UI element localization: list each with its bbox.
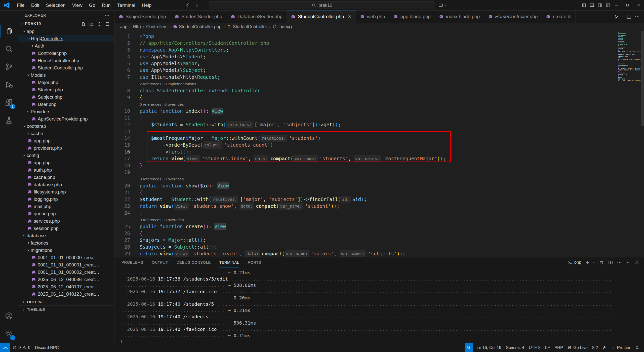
codelens[interactable]: 0 references | 0 overrides xyxy=(114,101,644,108)
tree-folder-cache[interactable]: cache xyxy=(18,130,114,137)
breadcrumb-item-StudentControllerphp[interactable]: StudentController.php xyxy=(173,24,221,29)
breadcrumb-item-Controllers[interactable]: Controllers xyxy=(146,24,168,29)
code-line-24[interactable]: 24} xyxy=(114,210,644,216)
eol-setting[interactable]: LF xyxy=(543,343,552,352)
tree-file-Userphp[interactable]: User.php xyxy=(18,101,114,108)
encoding-setting[interactable]: UTF-8 xyxy=(527,343,543,352)
tree-file-databasephp[interactable]: database.php xyxy=(18,181,114,188)
code-line-27[interactable]: 27$majors = Major::all(); xyxy=(114,237,644,244)
new-file-icon[interactable] xyxy=(81,22,86,26)
tree-file-StudentControllerphp[interactable]: StudentController.php xyxy=(18,64,114,71)
code-line-15[interactable]: 15 ->orderByDesc(column:'students_count'… xyxy=(114,142,644,148)
code-line-2[interactable]: 2// app/Http/Controllers/StudentControll… xyxy=(114,40,644,47)
code-line-25[interactable]: 25public function create(): View xyxy=(114,223,644,230)
tree-file-2025_06_12_040107_create_student[interactable]: 2025_06_12_040107_create_student... xyxy=(18,283,114,290)
php-version[interactable]: 8.2 xyxy=(590,343,600,352)
code-line-5[interactable]: 5use App\Models\Major; xyxy=(114,60,644,67)
remote-indicator[interactable]: >< xyxy=(0,343,10,352)
terminal-output[interactable]: ..................................... ~ … xyxy=(114,267,644,343)
close-window-button[interactable] xyxy=(633,0,644,10)
activitybar-source-control[interactable] xyxy=(0,58,18,76)
run-dropdown-icon[interactable] xyxy=(620,15,623,18)
tree-folder-Http[interactable]: Http\Controllers xyxy=(18,35,114,42)
tree-folder-bootstrap[interactable]: bootstrap xyxy=(18,123,114,130)
code-line-18[interactable]: 18} xyxy=(114,162,644,169)
editor-scrollbar[interactable] xyxy=(641,31,644,126)
kill-terminal-icon[interactable] xyxy=(599,260,604,265)
code-line-29[interactable]: 29return view(view:'students.create', da… xyxy=(114,250,644,257)
tree-file-appphp[interactable]: app.php xyxy=(18,159,114,166)
discord-rpc-status[interactable]: Discord RPC xyxy=(33,343,61,352)
panel-more-icon[interactable] xyxy=(617,260,622,265)
code-line-12[interactable]: 12 $students = Student::with(relations:[… xyxy=(114,121,644,128)
code-line-14[interactable]: 14 $mostFrequentMajor = Major::withCount… xyxy=(114,135,644,142)
tab-webphp[interactable]: web.php xyxy=(356,11,389,23)
new-folder-icon[interactable] xyxy=(89,22,94,26)
remote-window-indicator[interactable] xyxy=(438,3,447,8)
code-line-10[interactable]: 10public function index(): View xyxy=(114,108,644,114)
run-file-icon[interactable] xyxy=(614,14,619,19)
code-line-1[interactable]: 1<?php xyxy=(114,33,644,40)
tree-file-Controllerphp[interactable]: Controller.php xyxy=(18,50,114,57)
new-terminal-icon[interactable] xyxy=(585,260,590,265)
codelens[interactable]: 0 references | 0 overrides xyxy=(114,176,644,182)
breadcrumb-item-StudentController[interactable]: StudentController xyxy=(227,24,267,29)
minimize-button[interactable] xyxy=(611,0,622,10)
customize-layout-icon[interactable] xyxy=(605,3,611,8)
activitybar-accounts[interactable] xyxy=(0,307,18,325)
panel-tab-debug-console[interactable]: DEBUG CONSOLE xyxy=(177,257,211,267)
code-line-17[interactable]: 17 return view(view:'students.index', da… xyxy=(114,155,644,162)
code-line-6[interactable]: 6use App\Models\Subject; xyxy=(114,67,644,74)
breadcrumb-item-index[interactable]: index() xyxy=(272,24,292,29)
tree-file-HomeControllerphp[interactable]: HomeController.php xyxy=(18,57,114,64)
activitybar-explorer[interactable] xyxy=(0,22,18,40)
tab-SubjectSeederphp[interactable]: SubjectSeeder.php xyxy=(114,11,170,23)
panel-tab-ports[interactable]: PORTS xyxy=(248,257,261,267)
tree-file-Studentphp[interactable]: Student.php xyxy=(18,86,114,93)
collapse-folders-icon[interactable] xyxy=(105,22,110,26)
code-line-22[interactable]: 22$student = Student::with(relations:['m… xyxy=(114,196,644,203)
tab-HomeControllerphp[interactable]: HomeController.php xyxy=(484,11,542,23)
tree-file-2025_06_12_040123_create_subject[interactable]: 2025_06_12_040123_create_subject... xyxy=(18,290,114,298)
menu-view[interactable]: View xyxy=(69,2,86,9)
codelens[interactable]: 0 references | 0 overrides xyxy=(114,216,644,223)
code-editor[interactable]: 1<?php2// app/Http/Controllers/StudentCo… xyxy=(114,31,644,257)
tree-folder-Models[interactable]: Models xyxy=(18,71,114,79)
tree-file-filesystemsphp[interactable]: filesystems.php xyxy=(18,188,114,195)
terminal-dropdown-icon[interactable] xyxy=(592,261,595,264)
panel-tab-problems[interactable]: PROBLEMS xyxy=(122,257,143,267)
tree-folder-migrations[interactable]: migrations xyxy=(18,247,114,254)
toggle-sidebar-icon[interactable] xyxy=(581,3,587,8)
menu-selection[interactable]: Selection xyxy=(43,2,69,9)
tree-file-servicesphp[interactable]: services.php xyxy=(18,217,114,225)
tools-item[interactable] xyxy=(600,343,609,352)
tree-file-cachephp[interactable]: cache.php xyxy=(18,174,114,181)
tree-file-Subjectphp[interactable]: Subject.php xyxy=(18,93,114,101)
zoom-status-item[interactable] xyxy=(465,343,473,352)
tree-file-sessionphp[interactable]: session.php xyxy=(18,225,114,232)
tab-indexbladephp[interactable]: index.blade.php xyxy=(435,11,484,23)
toggle-panel-icon[interactable] xyxy=(589,3,595,8)
tree-folder-app[interactable]: app xyxy=(18,28,114,35)
minimap[interactable] xyxy=(618,32,640,82)
code-line-20[interactable]: 20public function show($id): View xyxy=(114,182,644,189)
activitybar-testing[interactable] xyxy=(0,111,18,129)
tree-file-queuephp[interactable]: queue.php xyxy=(18,210,114,217)
activitybar-settings[interactable]: 1 xyxy=(0,325,18,343)
menu-go[interactable]: Go xyxy=(86,2,98,9)
explorer-more-actions-icon[interactable] xyxy=(105,13,110,18)
code-line-7[interactable]: 7use Illuminate\Http\Request; xyxy=(114,74,644,81)
codelens[interactable]: 2 references | 0 implementations xyxy=(114,81,644,87)
tab-DatabaseSeederphp[interactable]: DatabaseSeeder.php xyxy=(226,11,287,23)
code-line-8[interactable]: 8class StudentController extends Control… xyxy=(114,87,644,94)
tree-file-Majorphp[interactable]: Major.php xyxy=(18,79,114,86)
tree-file-loggingphp[interactable]: logging.php xyxy=(18,195,114,203)
workspace-section-header[interactable]: PRAK10 xyxy=(18,20,114,28)
tree-file-authphp[interactable]: auth.php xyxy=(18,166,114,174)
menu-edit[interactable]: Edit xyxy=(28,2,43,9)
command-center-search[interactable]: prak10 xyxy=(209,2,435,9)
refresh-explorer-icon[interactable] xyxy=(97,22,102,26)
split-terminal-icon[interactable] xyxy=(608,260,613,265)
terminal-shell-selector[interactable]: php xyxy=(568,260,581,265)
activitybar-search[interactable] xyxy=(0,40,18,58)
